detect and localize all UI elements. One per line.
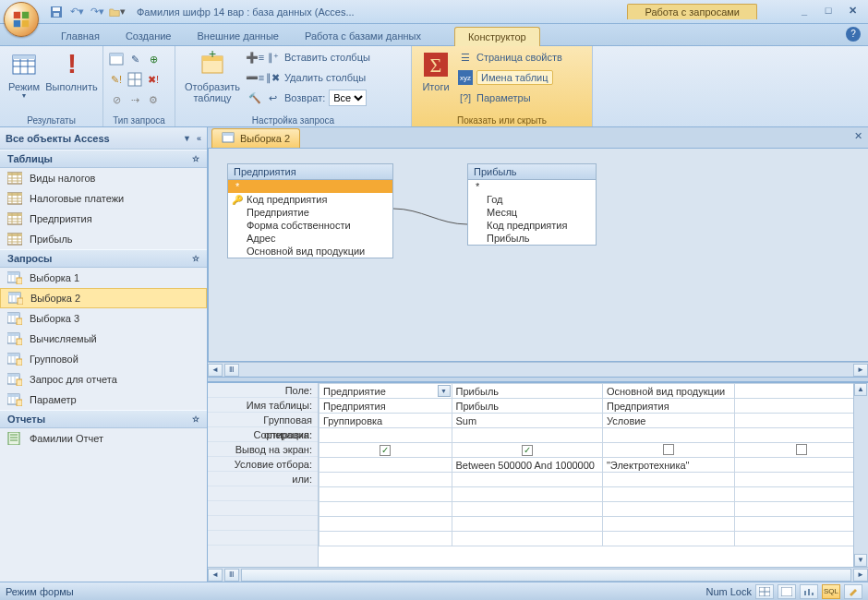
qbe-columns[interactable]: Предприятие▼ПрибыльОсновной вид продукци… (319, 383, 868, 546)
view-pivottable-icon[interactable] (778, 584, 796, 599)
view-design-icon[interactable] (844, 584, 862, 599)
return-select[interactable]: Все (329, 90, 367, 106)
qbe-cell[interactable]: Основной вид продукции (602, 384, 735, 399)
nav-item[interactable]: Виды налогов (0, 168, 207, 188)
insert-cols-button[interactable]: ∥⁺Вставить столбцы (266, 48, 370, 66)
qbe-cell[interactable]: Предприятия (602, 399, 735, 414)
office-button[interactable] (4, 2, 39, 37)
update-icon[interactable]: ✎! (109, 72, 124, 87)
make-table-icon[interactable]: ✎ (127, 52, 142, 66)
qbe-cell[interactable] (319, 473, 452, 487)
nav-item[interactable]: Групповой (0, 349, 207, 369)
nav-item[interactable]: Выборка 3 (0, 308, 207, 329)
undo-icon[interactable]: ↶▾ (68, 4, 85, 20)
view-button[interactable]: Режим ▼ (6, 48, 42, 101)
nav-header[interactable]: Все объекты Access ▼ « (0, 127, 207, 150)
tab-design[interactable]: Конструктор (454, 27, 540, 46)
qbe-cell[interactable] (735, 399, 868, 414)
qbe-cell[interactable] (735, 458, 868, 473)
nav-item[interactable]: Предприятия (0, 209, 207, 229)
insert-rows-button[interactable]: ➕≡ (247, 48, 262, 66)
qbe-cell[interactable] (452, 473, 602, 487)
union-icon[interactable]: ⊘ (109, 92, 124, 107)
append-icon[interactable]: ⊕ (146, 52, 161, 66)
show-table-button[interactable]: + Отобразить таблицу (181, 48, 244, 105)
document-tab[interactable]: Выборка 2 (211, 128, 300, 148)
qbe-cell[interactable] (735, 473, 868, 487)
canvas-hscroll[interactable]: ◄Ⅲ► (208, 362, 868, 377)
nav-item[interactable]: Налоговые платежи (0, 188, 207, 209)
nav-group-header[interactable]: Отчеты☆ (0, 410, 207, 428)
qbe-cell[interactable]: ✓ (319, 443, 452, 458)
select-query-icon[interactable] (109, 52, 124, 66)
tab-create[interactable]: Создание (113, 27, 185, 45)
nav-collapse-icon[interactable]: « (197, 134, 201, 143)
passthrough-icon[interactable]: ⇢ (127, 92, 142, 107)
delete-query-icon[interactable]: ✖! (146, 72, 161, 87)
show-checkbox[interactable] (796, 444, 807, 455)
nav-item[interactable]: Вычисляемый (0, 329, 207, 349)
open-icon[interactable]: ▾ (109, 4, 126, 20)
delete-cols-button[interactable]: ∥✖Удалить столбцы (266, 68, 370, 87)
tab-home[interactable]: Главная (48, 27, 113, 45)
qbe-cell[interactable] (735, 443, 868, 458)
tab-external[interactable]: Внешние данные (185, 27, 292, 45)
nav-group-header[interactable]: Запросы☆ (0, 249, 207, 268)
crosstab-icon[interactable] (127, 72, 142, 87)
qbe-cell[interactable]: ✓ (452, 443, 602, 458)
qbe-cell[interactable] (319, 458, 452, 473)
delete-rows-button[interactable]: ➖≡ (247, 68, 262, 87)
dropdown-icon[interactable]: ▼ (438, 385, 451, 397)
qbe-cell[interactable]: Sum (452, 414, 602, 428)
qbe-cell[interactable]: Группировка (319, 414, 452, 428)
help-icon[interactable]: ? (846, 27, 861, 42)
qbe-cell[interactable] (452, 428, 602, 443)
show-checkbox[interactable]: ✓ (380, 445, 391, 456)
property-sheet-button[interactable]: ☰Страница свойств (458, 48, 562, 66)
qbe-cell[interactable]: Условие (602, 414, 735, 428)
run-button[interactable]: ! Выполнить (46, 48, 97, 94)
table-box-predpriyatiya[interactable]: Предприятия*🔑Код предприятияПредприятиеФ… (227, 163, 393, 258)
view-pivotchart-icon[interactable] (800, 584, 818, 599)
maximize-button[interactable]: □ (818, 5, 838, 19)
qbe-cell[interactable] (735, 428, 868, 443)
qbe-hscroll[interactable]: ◄Ⅲ► (208, 567, 868, 582)
table-box-pribyl[interactable]: Прибыль*ГодМесяцКод предприятияПрибыль (467, 163, 597, 246)
tab-dbtools[interactable]: Работа с базами данных (292, 27, 434, 45)
nav-item[interactable]: Выборка 2 (0, 288, 207, 308)
table-names-button[interactable]: xyzИмена таблиц (458, 68, 562, 87)
parameters-button[interactable]: [?]Параметры (458, 89, 562, 107)
document-close-icon[interactable]: ✕ (854, 130, 862, 142)
qbe-cell[interactable] (602, 443, 735, 458)
builder-button[interactable]: 🔨 (247, 89, 262, 107)
qbe-cell[interactable]: Предприятие▼ (319, 384, 452, 399)
nav-dropdown-icon[interactable]: ▼ (183, 134, 191, 143)
redo-icon[interactable]: ↷▾ (89, 4, 105, 20)
totals-button[interactable]: Σ Итоги (417, 48, 454, 94)
qbe-cell[interactable] (735, 384, 868, 399)
nav-group-header[interactable]: Таблицы☆ (0, 150, 207, 168)
qbe-cell[interactable]: Прибыль (452, 399, 602, 414)
view-datasheet-icon[interactable] (755, 584, 774, 599)
show-checkbox[interactable]: ✓ (522, 445, 533, 456)
qbe-cell[interactable] (735, 414, 868, 428)
nav-item[interactable]: Выборка 1 (0, 268, 207, 288)
qbe-cell[interactable] (319, 428, 452, 443)
view-sql-icon[interactable]: SQL (822, 584, 840, 599)
qbe-cell[interactable]: Предприятия (319, 399, 452, 414)
qbe-cell[interactable]: "Электротехника" (602, 458, 735, 473)
qbe-cell[interactable]: Прибыль (452, 384, 602, 399)
qbe-vscroll[interactable]: ▲▼ (853, 383, 868, 567)
nav-item[interactable]: Фамилии Отчет (0, 428, 207, 449)
close-button[interactable]: ✕ (842, 5, 862, 19)
nav-item[interactable]: Прибыль (0, 229, 207, 249)
qbe-cell[interactable] (602, 428, 735, 443)
minimize-button[interactable]: _ (794, 5, 814, 19)
save-icon[interactable] (48, 4, 65, 20)
nav-item[interactable]: Параметр (0, 390, 207, 410)
datadef-icon[interactable]: ⚙ (146, 92, 161, 107)
show-checkbox[interactable] (663, 444, 674, 455)
qbe-cell[interactable] (602, 473, 735, 487)
relationship-canvas[interactable]: Предприятия*🔑Код предприятияПредприятиеФ… (208, 148, 868, 362)
nav-item[interactable]: Запрос для отчета (0, 369, 207, 390)
